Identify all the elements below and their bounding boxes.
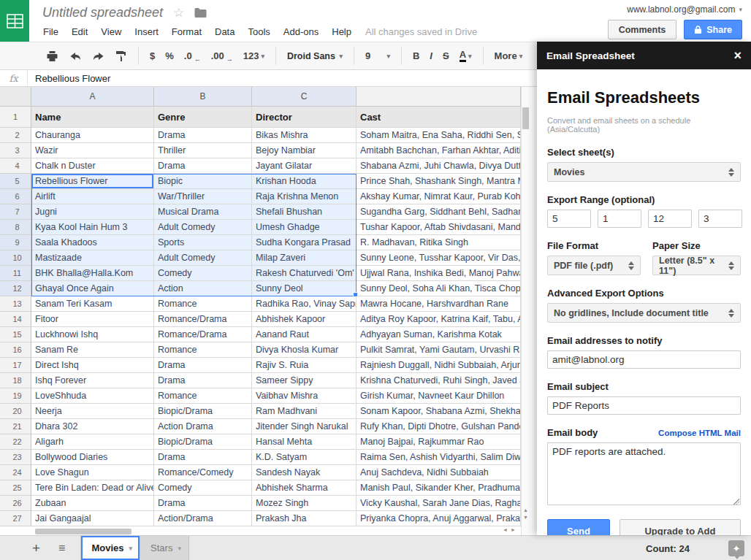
row-header[interactable]: 2: [0, 128, 31, 143]
cell-cast[interactable]: Manoj Bajpai, Rajkummar Rao: [357, 434, 521, 450]
cell-name[interactable]: Chalk n Duster: [31, 158, 154, 174]
cell-name[interactable]: BHK Bhalla@Halla.Kom: [31, 266, 154, 281]
cell-cast-header[interactable]: Cast: [357, 107, 521, 128]
cell-director[interactable]: Prakash Jha: [252, 511, 357, 526]
row-header[interactable]: 9: [0, 235, 31, 250]
subject-input[interactable]: [547, 396, 741, 415]
row-header[interactable]: 12: [0, 281, 31, 296]
number-format-menu[interactable]: 123 ▾: [238, 50, 270, 61]
increase-decimals-button[interactable]: .00 →: [206, 50, 238, 61]
cell-cast[interactable]: Aditya Roy Kapoor, Katrina Kaif, Tabu, A…: [357, 312, 521, 327]
italic-button[interactable]: I: [424, 50, 438, 61]
selection-fill-handle[interactable]: [353, 292, 358, 297]
cell-cast[interactable]: Raima Sen, Ashish Vidyarthi, Salim Diwan…: [357, 450, 521, 465]
cell-genre[interactable]: Drama: [154, 496, 252, 511]
cell-genre[interactable]: Romance/Comedy: [154, 465, 252, 480]
column-header-c[interactable]: C: [252, 87, 357, 107]
row-header[interactable]: 19: [0, 388, 31, 404]
row-header[interactable]: 6: [0, 189, 31, 204]
font-family-menu[interactable]: Droid Sans ▾: [282, 51, 348, 61]
cell-cast[interactable]: Vicky Kaushal, Sarah Jane Dias, Raghav C…: [357, 496, 521, 511]
cell-director[interactable]: Krishan Hooda: [252, 174, 357, 189]
menu-help[interactable]: Help: [325, 23, 358, 40]
menu-tools[interactable]: Tools: [241, 23, 276, 40]
sheets-logo[interactable]: [0, 0, 29, 42]
cell-cast[interactable]: Soham Maitra, Ena Saha, Riddhi Sen, Sanj…: [357, 128, 521, 143]
cell-cast[interactable]: Girish Kumar, Navneet Kaur Dhillon: [357, 388, 521, 404]
cell-cast[interactable]: Pulkit Samrat, Yami Gautam, Urvashi Raut…: [357, 342, 521, 358]
cell-name[interactable]: Sanam Teri Kasam: [31, 296, 154, 312]
cell-cast[interactable]: Rajniesh Duggall, Nidhi Subbaiah, Arjun …: [357, 358, 521, 373]
cell-name[interactable]: Zubaan: [31, 496, 154, 511]
menu-addons[interactable]: Add-ons: [277, 23, 325, 40]
cell-director[interactable]: Bejoy Nambiar: [252, 143, 357, 158]
cell-cast[interactable]: Sonam Kapoor, Shabana Azmi, Shekhar Rav: [357, 404, 521, 419]
export-range-input-1[interactable]: [547, 210, 591, 228]
cell-genre[interactable]: Sports: [154, 235, 252, 250]
cell-name[interactable]: Airlift: [31, 189, 154, 204]
row-header[interactable]: 1: [0, 107, 31, 128]
cell-cast[interactable]: Rufy Khan, Dipti Dhotre, Gulshan Pandey: [357, 419, 521, 434]
bold-button[interactable]: B: [408, 50, 424, 61]
export-range-input-4[interactable]: [698, 210, 742, 228]
cell-name[interactable]: Jugni: [31, 204, 154, 220]
column-header-a[interactable]: A: [31, 87, 154, 107]
explore-button[interactable]: ✦: [728, 540, 744, 556]
cell-name[interactable]: Saala Khadoos: [31, 235, 154, 250]
advanced-options-select[interactable]: No gridlines, Include document title: [547, 303, 741, 323]
paint-format-button[interactable]: [110, 50, 132, 62]
close-icon[interactable]: ×: [733, 49, 742, 62]
cell-cast[interactable]: Mawra Hocane, Harshvardhan Rane: [357, 296, 521, 312]
cell-genre[interactable]: Comedy: [154, 480, 252, 496]
cell-cast[interactable]: Krishna Chaturvedi, Ruhi Singh, Javed Ja…: [357, 373, 521, 388]
all-sheets-button[interactable]: ≡: [58, 542, 65, 554]
row-header[interactable]: 25: [0, 480, 31, 496]
cell-director[interactable]: Jitender Singh Narukal: [252, 419, 357, 434]
row-header[interactable]: 11: [0, 266, 31, 281]
cell-director[interactable]: Mozez Singh: [252, 496, 357, 511]
cell-director[interactable]: Ram Madhvani: [252, 404, 357, 419]
row-header[interactable]: 16: [0, 342, 31, 358]
cell-genre[interactable]: War/Thriller: [154, 189, 252, 204]
cell-genre[interactable]: Action/Drama: [154, 511, 252, 526]
cell-director[interactable]: Sunny Deol: [252, 281, 357, 296]
cell-cast[interactable]: R. Madhavan, Ritika Singh: [357, 235, 521, 250]
row-header[interactable]: 3: [0, 143, 31, 158]
cell-genre[interactable]: Romance: [154, 296, 252, 312]
menu-format[interactable]: Format: [165, 23, 208, 40]
row-header[interactable]: 27: [0, 511, 31, 526]
cell-genre[interactable]: Drama: [154, 450, 252, 465]
cell-name[interactable]: Ghayal Once Again: [31, 281, 154, 296]
undo-button[interactable]: [64, 50, 87, 62]
formula-input[interactable]: Rebellious Flower: [28, 70, 110, 86]
scroll-right-icon[interactable]: ►: [511, 527, 516, 532]
horizontal-scroll-arrows[interactable]: ◄ ►: [503, 527, 516, 532]
vertical-scroll-arrows[interactable]: ▲ ▼: [521, 507, 530, 520]
sheet-select[interactable]: Movies: [547, 162, 741, 182]
cell-director[interactable]: Hansal Mehta: [252, 434, 357, 450]
menu-edit[interactable]: Edit: [65, 23, 94, 40]
cell-name[interactable]: Wazir: [31, 143, 154, 158]
notify-input[interactable]: [547, 350, 741, 369]
cell-director[interactable]: Jayant Gilatar: [252, 158, 357, 174]
text-color-button[interactable]: A ▾: [454, 50, 477, 62]
row-header[interactable]: 18: [0, 373, 31, 388]
print-button[interactable]: [41, 50, 64, 62]
cell-genre[interactable]: Romance: [154, 342, 252, 358]
cell-cast[interactable]: Ujjwal Rana, Inshika Bedi, Manoj Pahwa, …: [357, 266, 521, 281]
cell-cast[interactable]: Prince Shah, Shashank Singh, Mantra Mugd: [357, 174, 521, 189]
star-icon[interactable]: ☆: [173, 5, 184, 20]
cell-genre[interactable]: Biopic/Drama: [154, 434, 252, 450]
compose-html-mail-link[interactable]: Compose HTML Mail: [658, 429, 741, 437]
cell-director[interactable]: Sandesh Nayak: [252, 465, 357, 480]
cell-name[interactable]: Luckhnowi Ishq: [31, 327, 154, 342]
cell-name[interactable]: Mastizaade: [31, 250, 154, 266]
menu-file[interactable]: File: [37, 23, 65, 40]
cell-genre[interactable]: Action: [154, 281, 252, 296]
cell-genre[interactable]: Adult Comedy: [154, 220, 252, 235]
cell-director[interactable]: Abhishek Kapoor: [252, 312, 357, 327]
cell-name[interactable]: LoveShhuda: [31, 388, 154, 404]
row-header[interactable]: 4: [0, 158, 31, 174]
select-all-corner[interactable]: [0, 87, 31, 107]
row-header[interactable]: 20: [0, 404, 31, 419]
